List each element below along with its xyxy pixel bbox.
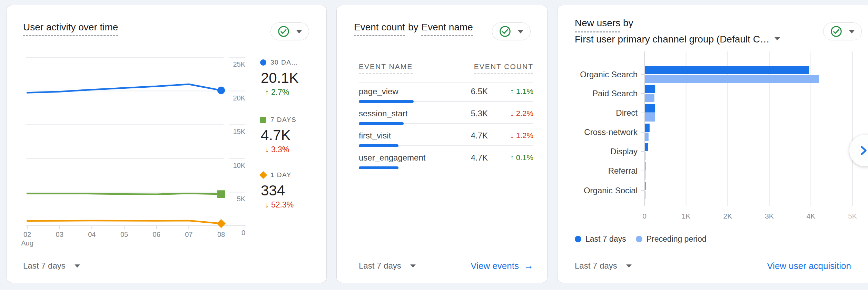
svg-text:2K: 2K [723, 212, 732, 220]
card-new-users: New users by First user primary channel … [557, 5, 868, 283]
event-count: 4.7K [453, 153, 488, 163]
svg-text:08: 08 [217, 231, 225, 238]
data-quality-button[interactable] [823, 22, 862, 40]
legend-item-30-days: 30 DA… 20.1K ↑ 2.7% [260, 57, 326, 98]
table-row: page_view 6.5K ↑ 1.1% [359, 83, 533, 105]
legend-dot [575, 236, 581, 242]
legend-label: 7 DAYS [270, 116, 296, 124]
chevron-down-icon [849, 30, 855, 33]
event-name: session_start [359, 109, 453, 118]
dimension-label: First user primary channel group (Defaul… [575, 34, 770, 45]
chevron-down-icon [517, 30, 524, 33]
category-label: Paid Search [558, 88, 638, 99]
card-user-activity: User activity over time 25K20K15K10K5K00… [7, 5, 327, 283]
svg-text:25K: 25K [233, 60, 245, 68]
svg-text:05: 05 [120, 231, 128, 238]
chevron-down-icon [626, 264, 632, 268]
check-circle-icon [830, 25, 842, 38]
metric-value-30-days: 20.1K [260, 69, 326, 87]
legend-dot [636, 236, 642, 242]
event-change: ↑ 1.1% [488, 87, 533, 96]
svg-text:20K: 20K [233, 94, 245, 102]
table-row: first_visit 4.7K ↓ 1.2% [359, 127, 533, 149]
chevron-down-icon [296, 30, 302, 33]
svg-text:07: 07 [185, 231, 193, 238]
svg-text:0: 0 [241, 229, 245, 236]
bar-chart-legend: Last 7 days Preceding period [575, 234, 707, 244]
chevron-right-icon [857, 144, 868, 157]
view-events-link[interactable]: View events → [471, 260, 533, 271]
svg-text:0: 0 [642, 212, 647, 220]
metric-term-user-activity[interactable]: User activity over time [23, 22, 118, 36]
svg-text:1K: 1K [682, 212, 691, 220]
category-label: Referral [558, 165, 638, 176]
card-event-count: Event countbyEvent name EVENT NAME EVENT… [336, 5, 548, 283]
time-range-label: Last 7 days [359, 261, 401, 271]
dimension-selector[interactable]: First user primary channel group (Defaul… [575, 32, 780, 46]
svg-text:5K: 5K [237, 195, 246, 203]
legend-item-preceding-period: Preceding period [636, 234, 707, 244]
series-marker-1-day [259, 171, 267, 179]
table-row: user_engagement 4.7K ↑ 0.1% [359, 149, 533, 171]
event-count: 4.7K [453, 131, 488, 141]
data-quality-button[interactable] [270, 22, 309, 40]
card-title-new-users: New users by First user primary channel … [575, 16, 780, 46]
svg-text:4K: 4K [807, 212, 816, 220]
legend-item-7-days: 7 DAYS 4.7K ↓ 3.3% [260, 114, 326, 155]
time-range-selector[interactable]: Last 7 days [23, 260, 80, 272]
category-label: Cross-network [558, 127, 638, 138]
metric-change-1-day: ↓ 52.3% [260, 199, 326, 210]
chevron-down-icon [775, 37, 780, 40]
title-conjunction: by [408, 22, 418, 36]
series-marker-30-days [260, 59, 266, 66]
legend-label: Preceding period [647, 234, 707, 244]
event-name: first_visit [359, 131, 453, 141]
event-change: ↓ 1.2% [488, 131, 533, 140]
legend-label: 1 DAY [270, 171, 292, 179]
svg-text:02: 02 [23, 231, 31, 238]
event-change: ↓ 2.2% [488, 109, 533, 118]
legend-label: 30 DA… [270, 59, 298, 66]
check-circle-icon [499, 25, 511, 38]
event-bar [359, 166, 398, 169]
event-change: ↑ 0.1% [488, 153, 533, 162]
events-table: EVENT NAME EVENT COUNT page_view 6.5K ↑ … [359, 62, 533, 171]
event-count: 5.3K [453, 109, 488, 118]
category-label: Organic Social [558, 185, 638, 196]
metric-term-event-count[interactable]: Event count [354, 22, 405, 36]
category-label: Direct [558, 107, 638, 118]
svg-text:15K: 15K [233, 128, 245, 135]
metric-change-30-days: ↑ 2.7% [260, 87, 326, 98]
time-range-selector[interactable]: Last 7 days [359, 260, 416, 272]
event-count: 6.5K [453, 87, 488, 96]
svg-text:5K: 5K [848, 212, 857, 220]
legend-item-last-7-days: Last 7 days [575, 234, 626, 244]
svg-text:10K: 10K [233, 162, 245, 169]
column-header-event-name[interactable]: EVENT NAME [359, 62, 413, 74]
view-user-acquisition-link[interactable]: View user acquisition [767, 261, 851, 271]
metric-term-new-users[interactable]: New users [575, 16, 620, 32]
ga-dashboard-cards-row: User activity over time 25K20K15K10K5K00… [0, 0, 868, 290]
legend-item-1-day: 1 DAY 334 ↓ 52.3% [260, 170, 326, 210]
card-title-event-count: Event countbyEvent name [354, 22, 473, 36]
time-range-label: Last 7 days [575, 261, 617, 271]
svg-text:3K: 3K [765, 212, 774, 220]
time-range-selector[interactable]: Last 7 days [575, 260, 632, 272]
column-header-event-count[interactable]: EVENT COUNT [474, 62, 533, 74]
dimension-term-event-name[interactable]: Event name [421, 22, 473, 36]
category-label: Organic Search [558, 69, 638, 80]
metric-change-7-days: ↓ 3.3% [260, 144, 326, 155]
svg-text:04: 04 [88, 231, 96, 238]
check-circle-icon [277, 25, 290, 38]
table-row: session_start 5.3K ↓ 2.2% [359, 105, 533, 127]
metric-value-7-days: 4.7K [260, 127, 326, 144]
event-bar [359, 144, 398, 147]
title-conjunction: by [620, 18, 633, 28]
legend-label: Last 7 days [585, 234, 626, 244]
event-name: page_view [359, 87, 453, 96]
event-bar [359, 100, 414, 103]
chevron-down-icon [410, 264, 416, 268]
svg-text:03: 03 [56, 231, 63, 238]
right-arrow-icon: → [524, 260, 533, 271]
data-quality-button[interactable] [492, 22, 531, 40]
